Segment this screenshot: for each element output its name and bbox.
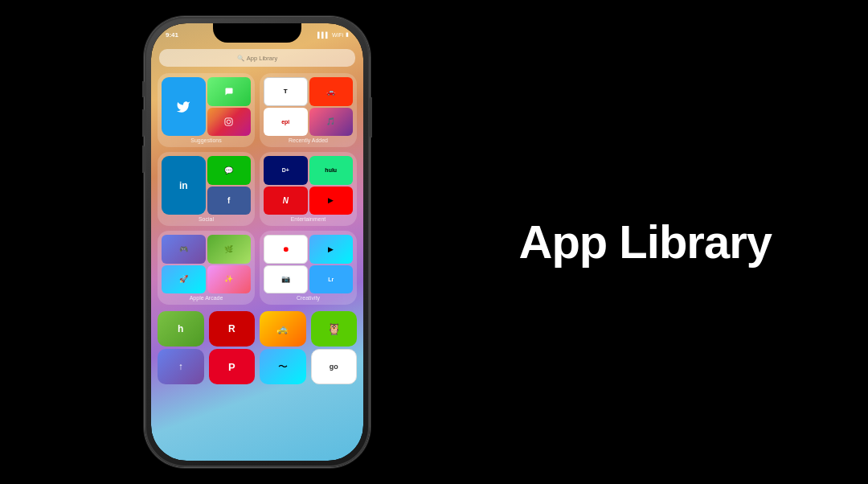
camera-icon: 📷 xyxy=(264,265,308,294)
phone-screen: 9:41 ▌▌▌ WiFi ▮ 🔍 App L xyxy=(151,23,363,461)
category-creativity[interactable]: ⏺ ▶ 📷 Lr xyxy=(260,231,357,305)
svg-rect-0 xyxy=(225,118,232,125)
facebook-icon: f xyxy=(207,187,252,215)
wifi-icon: WiFi xyxy=(332,32,343,38)
status-icons: ▌▌▌ WiFi ▮ xyxy=(317,31,349,38)
svg-point-1 xyxy=(227,120,231,124)
creativity-icons: ⏺ ▶ 📷 Lr xyxy=(264,235,353,293)
notch xyxy=(213,23,301,43)
arrow-app-icon[interactable]: ↑ xyxy=(158,349,204,384)
game3-icon: 🚀 xyxy=(162,265,206,294)
status-time: 9:41 xyxy=(166,31,178,39)
twitter-icon xyxy=(162,77,206,136)
suggestions-label: Suggestions xyxy=(162,137,251,143)
pinterest-icon[interactable]: P xyxy=(209,349,256,384)
messages-icon xyxy=(207,77,252,106)
game4-icon: ✨ xyxy=(207,265,252,294)
silent-switch xyxy=(142,81,145,97)
power-button xyxy=(370,97,372,137)
battery-icon: ▮ xyxy=(346,31,349,38)
houzz-icon[interactable]: h xyxy=(158,311,204,347)
disney-icon: D+ xyxy=(264,156,308,185)
recently-added-icons: T 🚗 epi 🎵 xyxy=(264,77,353,136)
game2-icon: 🌿 xyxy=(207,235,252,264)
music-icon: 🎵 xyxy=(309,108,354,137)
netflix-icon: N xyxy=(264,187,308,215)
screen-content: 🔍 App Library xyxy=(151,46,363,461)
category-social[interactable]: in 💬 f Social xyxy=(158,152,255,226)
go-icon[interactable]: go xyxy=(311,349,358,384)
bottom-apps-row2: ↑ P 〜 go xyxy=(151,347,363,384)
phone-inner: 9:41 ▌▌▌ WiFi ▮ 🔍 App L xyxy=(151,23,363,461)
volume-down-button xyxy=(142,146,145,173)
search-placeholder: App Library xyxy=(247,55,277,62)
phone: 9:41 ▌▌▌ WiFi ▮ 🔍 App L xyxy=(145,17,370,467)
bottom-apps-row1: h R 🚕 🦉 xyxy=(151,308,363,347)
search-icon: 🔍 xyxy=(237,55,244,62)
phone-outer: 9:41 ▌▌▌ WiFi ▮ 🔍 App L xyxy=(145,17,370,467)
epi-icon: epi xyxy=(264,108,308,137)
scene: 9:41 ▌▌▌ WiFi ▮ 🔍 App L xyxy=(0,0,868,484)
linkedin-icon: in xyxy=(162,156,206,215)
signal-icon: ▌▌▌ xyxy=(317,32,330,38)
creativity-label: Creativity xyxy=(264,295,353,301)
category-suggestions[interactable]: Suggestions xyxy=(158,73,255,147)
category-recently-added[interactable]: T 🚗 epi 🎵 xyxy=(260,73,357,147)
clips-icon: ▶ xyxy=(309,235,354,264)
svg-point-2 xyxy=(231,119,231,120)
apple-arcade-icons: 🎮 🌿 🚀 ✨ xyxy=(162,235,251,293)
nyt-icon: T xyxy=(264,77,308,106)
wechat-icon: 💬 xyxy=(207,156,252,185)
redfin-icon[interactable]: R xyxy=(209,311,256,347)
social-icons: in 💬 f xyxy=(162,156,251,215)
entertainment-icons: D+ hulu N ▶ xyxy=(264,156,353,215)
app-library-title: App Library xyxy=(519,216,772,268)
search-row: 🔍 App Library xyxy=(151,46,363,70)
hulu-icon: hulu xyxy=(309,156,354,185)
doordash-icon: 🚗 xyxy=(309,77,354,106)
volume-up-button xyxy=(142,109,145,137)
recently-added-label: Recently Added xyxy=(264,137,353,143)
categories-grid: Suggestions T 🚗 xyxy=(151,70,363,308)
instagram-icon xyxy=(207,108,252,137)
category-entertainment[interactable]: D+ hulu N ▶ xyxy=(260,152,357,226)
duolingo-icon[interactable]: 🦉 xyxy=(311,311,358,347)
category-apple-arcade[interactable]: 🎮 🌿 🚀 ✨ xyxy=(158,231,255,305)
wave-icon[interactable]: 〜 xyxy=(260,349,306,384)
youtube-icon: ▶ xyxy=(309,187,354,215)
title-section: App Library xyxy=(370,216,804,268)
lightroom-icon: Lr xyxy=(309,265,354,294)
crazy-taxi-icon[interactable]: 🚕 xyxy=(260,311,306,347)
social-label: Social xyxy=(162,216,251,222)
game1-icon: 🎮 xyxy=(162,235,206,264)
apple-arcade-label: Apple Arcade xyxy=(162,295,251,301)
entertainment-label: Entertainment xyxy=(264,216,353,222)
video-icon: ⏺ xyxy=(264,235,308,264)
title-text: App Library xyxy=(519,215,772,268)
search-bar[interactable]: 🔍 App Library xyxy=(159,49,355,67)
suggestions-icons xyxy=(162,77,251,136)
